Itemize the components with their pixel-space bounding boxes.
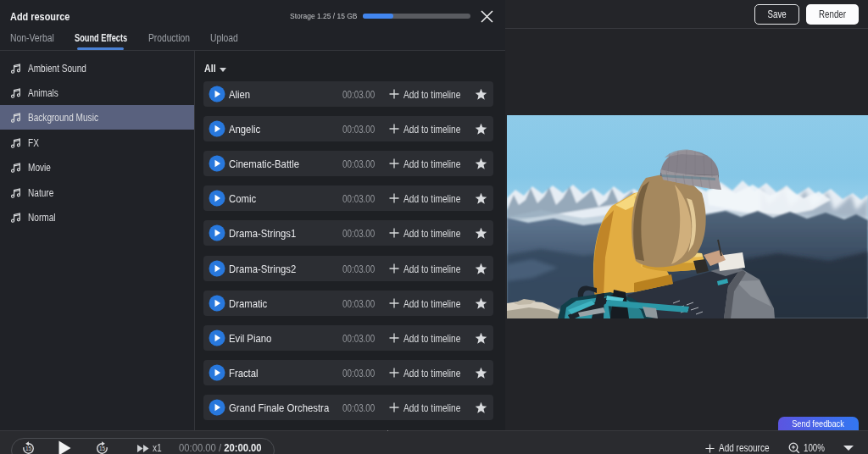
- svg-text:15: 15: [25, 446, 32, 451]
- svg-text:15: 15: [99, 446, 106, 451]
